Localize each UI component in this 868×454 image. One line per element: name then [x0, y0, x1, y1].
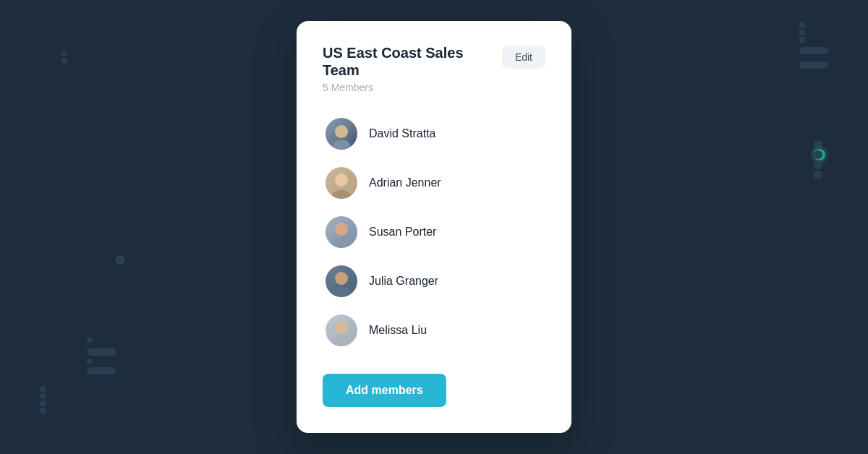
edit-button[interactable]: Edit [502, 46, 545, 69]
top-right-dot-cluster [799, 25, 828, 69]
avatar [326, 265, 357, 297]
team-card: US East Coast Sales Team 5 Members Edit … [297, 21, 571, 433]
members-list: David Stratta Adrian Jenner Susan Porter… [323, 111, 545, 354]
member-count: 5 Members [323, 82, 502, 93]
avatar [326, 167, 357, 199]
list-item: Julia Granger [323, 258, 545, 304]
member-name: Susan Porter [369, 226, 436, 239]
card-header: US East Coast Sales Team 5 Members Edit [323, 44, 545, 93]
title-group: US East Coast Sales Team 5 Members [323, 44, 502, 93]
list-item: Adrian Jenner [323, 160, 545, 206]
list-item: David Stratta [323, 111, 545, 157]
member-name: David Stratta [369, 127, 435, 140]
list-item: Susan Porter [323, 209, 545, 255]
member-name: Adrian Jenner [369, 176, 441, 189]
avatar [326, 118, 357, 150]
list-item: Melissa Liu [323, 307, 545, 354]
avatar [326, 216, 357, 248]
team-title: US East Coast Sales Team [323, 44, 502, 79]
member-name: Julia Granger [369, 275, 438, 288]
member-name: Melissa Liu [369, 324, 427, 337]
avatar [326, 314, 357, 346]
bottom-bar-cluster [87, 340, 116, 374]
add-members-button[interactable]: Add members [323, 374, 446, 407]
